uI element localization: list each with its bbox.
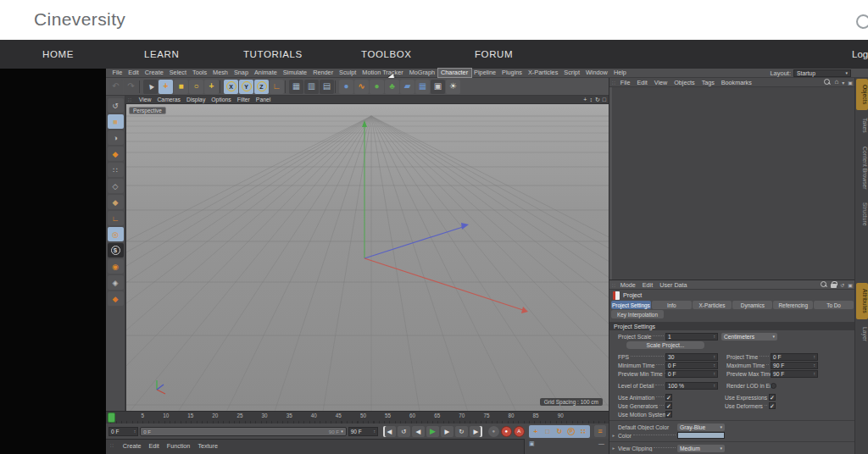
menu-item[interactable]: Render <box>310 69 337 77</box>
menu-item[interactable]: Tools <box>190 69 210 77</box>
goto-end-button[interactable]: ▶ <box>470 426 482 437</box>
nav-item[interactable]: TOOLBOX <box>361 40 412 69</box>
menu-item[interactable]: Motion Tracker <box>359 69 406 77</box>
home-icon[interactable]: ⌂ <box>834 79 838 86</box>
rotate-view-icon[interactable]: ↻ <box>595 97 600 103</box>
record-active-objects-button[interactable]: ● <box>501 426 512 437</box>
panel-grip-icon[interactable]: ∷ <box>110 442 114 448</box>
rotate-tool-icon[interactable]: ○ <box>189 80 203 94</box>
z-axis-lock-icon[interactable]: Z <box>254 80 269 94</box>
texture-mode-icon[interactable]: ◑ <box>108 130 124 145</box>
default-object-color-dropdown[interactable]: Gray-Blue▾ <box>677 424 725 431</box>
layout-dropdown[interactable]: Startup ▾ <box>793 69 851 77</box>
record-rotation-toggle[interactable]: ↻ <box>554 426 565 437</box>
menu-item[interactable]: Select <box>166 69 189 77</box>
object-manager-menu-item[interactable]: File <box>617 79 634 86</box>
tab-project-settings[interactable]: Project Settings <box>611 301 651 309</box>
zoom-view-icon[interactable]: ↕ <box>589 97 593 103</box>
edges-mode-icon[interactable]: ◇ <box>108 179 124 193</box>
render-lod-radio[interactable] <box>771 383 776 389</box>
menu-item[interactable]: MoGraph <box>406 69 437 77</box>
tab-structure[interactable]: Structure <box>856 197 868 232</box>
last-tool-icon[interactable]: + <box>204 80 219 94</box>
search-icon[interactable] <box>856 14 868 29</box>
viewport-menu-item[interactable]: Display <box>186 97 205 102</box>
viewport-solo-icon[interactable]: ◎ <box>108 227 124 241</box>
tab-objects[interactable]: Objects <box>856 79 868 110</box>
tab-referencing[interactable]: Referencing <box>773 301 813 309</box>
color-swatch[interactable] <box>677 432 725 439</box>
current-frame-field[interactable]: 0 F↕ <box>108 427 138 436</box>
search-icon[interactable] <box>824 79 831 86</box>
record-pla-toggle[interactable]: ∷ <box>577 426 589 437</box>
planar-workplane-icon[interactable]: ◆ <box>108 291 124 306</box>
use-motion-system-checkbox[interactable]: ✓ <box>665 411 672 418</box>
material-menu-item[interactable]: Create <box>123 442 142 450</box>
chevron-down-icon[interactable]: ▾ <box>842 80 844 86</box>
tab-content-browser[interactable]: Content Browser <box>856 141 868 196</box>
attribute-manager-menu-item[interactable]: Mode <box>617 281 639 289</box>
menu-item[interactable]: Mesh <box>210 69 231 77</box>
record-button[interactable]: ● <box>488 426 499 437</box>
toolbar-separator[interactable] <box>220 80 223 93</box>
previous-frame-button[interactable]: ◀ <box>412 426 425 437</box>
viewport-menu-item[interactable]: Panel <box>256 97 270 102</box>
live-selection-icon[interactable]: ▲ <box>143 80 158 94</box>
material-menu-item[interactable]: Function <box>167 442 191 450</box>
level-of-detail-field[interactable]: 100 %↕ <box>665 382 718 390</box>
minimum-time-field[interactable]: 0 F↕ <box>665 362 718 369</box>
nav-item[interactable]: HOME <box>42 40 74 69</box>
model-mode-icon[interactable]: ■ <box>108 114 124 129</box>
render-settings-icon[interactable]: ▤ <box>320 80 334 94</box>
menu-item[interactable]: Snap <box>231 69 251 77</box>
attribute-manager-menu-item[interactable]: User Data <box>656 281 690 289</box>
project-scale-field[interactable]: 1↕ <box>665 333 718 340</box>
nav-item[interactable]: FORUM <box>475 40 513 69</box>
menu-item[interactable]: Sculpt <box>337 69 359 77</box>
collapse-icon[interactable]: — <box>598 440 604 446</box>
polygons-mode-icon[interactable]: ◆ <box>108 195 124 209</box>
object-manager-menu-item[interactable]: Bookmarks <box>718 79 755 86</box>
nav-item[interactable]: LEARN <box>144 40 179 69</box>
menu-item[interactable]: Edit <box>125 69 142 77</box>
render-picture-viewer-icon[interactable]: ▥ <box>304 80 319 94</box>
expand-icon[interactable]: ▸ <box>609 446 618 451</box>
move-tool-icon[interactable]: + <box>159 80 173 94</box>
timeline-ruler[interactable]: 51015202530354045505560657075808590 <box>106 411 609 424</box>
fps-field[interactable]: 30↕ <box>665 353 718 361</box>
tab-x-particles[interactable]: X-Particles <box>693 301 732 309</box>
material-menu-item[interactable]: Edit <box>148 442 159 450</box>
menu-item[interactable]: Plugins <box>499 69 526 77</box>
next-frame-button[interactable]: ▶ <box>441 426 453 437</box>
object-manager-menu-item[interactable]: Tags <box>698 79 718 86</box>
play-backwards-button[interactable]: ↺ <box>398 426 410 437</box>
use-deformers-checkbox[interactable]: ✓ <box>769 402 776 409</box>
panel-grip-icon[interactable]: ∷ <box>612 282 615 288</box>
scale-project-button[interactable]: Scale Project... <box>626 341 704 349</box>
y-axis-lock-icon[interactable]: Y <box>239 80 253 94</box>
subdivision-surface-icon[interactable]: ● <box>339 80 353 94</box>
object-manager-menu-item[interactable]: Objects <box>670 79 698 86</box>
panel-grip-icon[interactable]: ∷ <box>128 97 131 102</box>
end-frame-field[interactable]: 90 F↕ <box>348 427 378 436</box>
toolbar-separator[interactable] <box>139 80 142 93</box>
login-link[interactable]: Log In <box>852 40 868 69</box>
expand-icon[interactable]: ▸ <box>609 433 618 438</box>
material-menu-item[interactable]: Texture <box>198 442 218 450</box>
tab-info[interactable]: Info <box>652 301 692 309</box>
tab-takes[interactable]: Takes <box>856 112 868 139</box>
object-list-empty[interactable] <box>609 87 855 280</box>
workplane-mode-icon[interactable]: ◆ <box>108 147 124 161</box>
undo-icon[interactable]: ↶ <box>108 80 123 94</box>
scale-tool-icon[interactable]: ■ <box>174 80 188 94</box>
axis-mode-icon[interactable]: ∟ <box>108 211 124 225</box>
spinner-icon[interactable]: ↕ <box>134 429 136 434</box>
menu-item[interactable]: X-Particles <box>526 69 561 77</box>
tab-dynamics[interactable]: Dynamics <box>732 301 772 309</box>
spinner-icon[interactable]: ↕ <box>373 429 376 434</box>
redo-icon[interactable]: ↷ <box>124 80 138 94</box>
object-manager-menu-item[interactable]: View <box>651 79 670 86</box>
viewport-menu-item[interactable]: Options <box>211 97 231 102</box>
object-manager-menu-item[interactable]: Edit <box>633 79 650 86</box>
panel-icon[interactable]: ▣ <box>848 80 853 86</box>
